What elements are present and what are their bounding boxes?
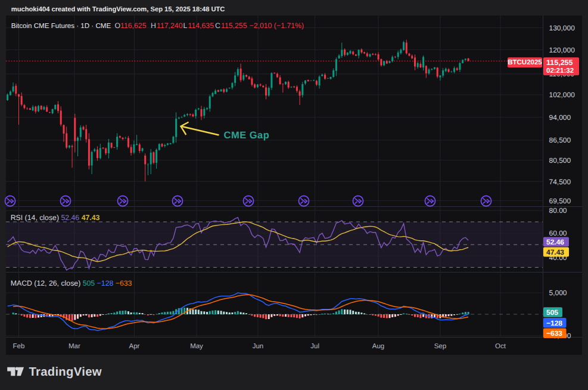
svg-text:Jun: Jun xyxy=(253,343,264,350)
svg-text:5,000: 5,000 xyxy=(549,289,567,297)
svg-text:Feb: Feb xyxy=(13,343,25,350)
svg-text:52.46: 52.46 xyxy=(546,238,564,246)
svg-text:115,255: 115,255 xyxy=(546,58,573,67)
svg-text:−128: −128 xyxy=(546,319,562,327)
svg-text:Mar: Mar xyxy=(69,343,80,350)
svg-text:muchoki404 created with Tradin: muchoki404 created with TradingView.com,… xyxy=(11,6,225,13)
svg-text:02:21:32: 02:21:32 xyxy=(546,67,574,75)
svg-text:Jul: Jul xyxy=(310,343,319,350)
svg-text:L: L xyxy=(183,21,188,30)
svg-text:80.00: 80.00 xyxy=(549,206,567,215)
svg-text:Sep: Sep xyxy=(434,343,446,350)
svg-text:94,000: 94,000 xyxy=(549,113,571,122)
svg-text:505: 505 xyxy=(546,308,558,317)
svg-text:115,255: 115,255 xyxy=(221,21,247,30)
svg-text:May: May xyxy=(190,343,203,350)
svg-text:TradingView: TradingView xyxy=(29,366,101,379)
svg-text:114,635: 114,635 xyxy=(188,21,214,30)
svg-text:47.43: 47.43 xyxy=(546,248,564,256)
svg-text:−633: −633 xyxy=(546,329,562,338)
svg-text:BTCU2025: BTCU2025 xyxy=(508,59,542,66)
svg-text:86,500: 86,500 xyxy=(549,136,571,144)
svg-text:80,500: 80,500 xyxy=(549,156,571,165)
svg-text:Bitcoin CME Futures · 1D · CME: Bitcoin CME Futures · 1D · CME xyxy=(11,22,111,30)
svg-text:O: O xyxy=(115,21,121,30)
svg-text:RSI (14, close) 52.46 47.43: RSI (14, close) 52.46 47.43 xyxy=(11,213,100,222)
svg-text:102,000: 102,000 xyxy=(549,91,575,99)
svg-text:MACD (12, 26, close) 505 −128: MACD (12, 26, close) 505 −128 −633 xyxy=(11,279,132,287)
svg-text:60.00: 60.00 xyxy=(549,229,567,237)
svg-text:116,625: 116,625 xyxy=(120,21,147,30)
svg-text:C: C xyxy=(215,21,220,30)
svg-text:Apr: Apr xyxy=(129,343,140,350)
svg-text:120,000: 120,000 xyxy=(549,46,575,54)
svg-text:69,500: 69,500 xyxy=(549,197,571,205)
svg-text:−2,010 (−1.71%): −2,010 (−1.71%) xyxy=(250,21,304,30)
svg-text:74,500: 74,500 xyxy=(549,178,571,186)
svg-text:Oct: Oct xyxy=(495,343,506,350)
svg-text:CME Gap: CME Gap xyxy=(224,130,270,141)
svg-text:117,240: 117,240 xyxy=(157,21,183,30)
svg-text:Aug: Aug xyxy=(372,343,384,350)
svg-text:130,000: 130,000 xyxy=(549,24,575,32)
svg-text:H: H xyxy=(151,21,156,30)
